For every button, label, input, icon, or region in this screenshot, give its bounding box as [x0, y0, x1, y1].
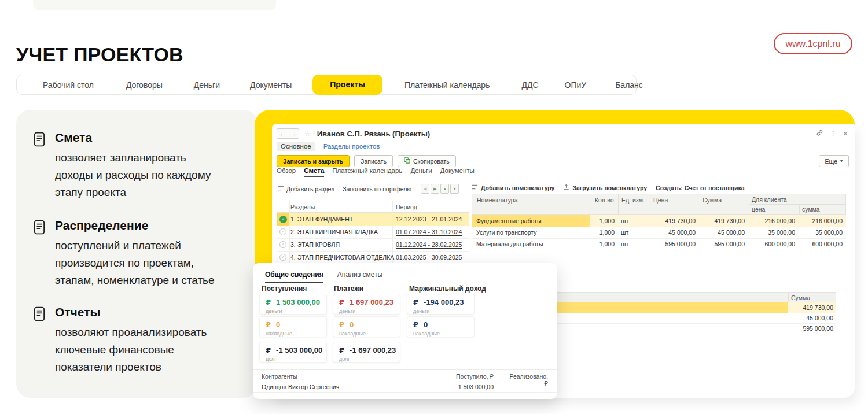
more-button[interactable]: Еще ▾ — [819, 155, 849, 167]
nav-item-workspace[interactable]: Рабочий стол — [43, 80, 94, 90]
item-name: Материалы для работы — [476, 241, 543, 247]
column-period: Период — [396, 204, 417, 210]
nav-item-balance[interactable]: Баланс — [615, 80, 643, 90]
document-icon — [33, 132, 46, 149]
metric-margin-money: ₽-194 000,23 деньги — [407, 294, 475, 315]
row-sum: 419 730,00 — [788, 304, 833, 311]
column-client-price: цена — [752, 206, 765, 213]
metric-value: -194 000,23 — [424, 298, 464, 306]
section-period-link[interactable]: 12.12.2023 - 21.01.2024 — [396, 216, 462, 223]
nav-item-projects[interactable]: Проекты — [312, 75, 382, 95]
back-button[interactable]: ← — [277, 129, 288, 138]
item-sum: 419 730,00 — [699, 217, 745, 224]
row-sum: 45 000,00 — [788, 315, 833, 321]
metric-value: 0 — [350, 320, 354, 329]
column-contractors: Контрагенты — [262, 373, 297, 380]
fill-by-portfolio-button[interactable]: Заполнить по портфелю — [343, 186, 411, 193]
ruble-icon: ₽ — [266, 298, 271, 306]
nav-item-money[interactable]: Деньги — [194, 80, 220, 90]
nav-item-dds[interactable]: ДДС — [521, 80, 538, 90]
check-circle-icon: ✓ — [279, 228, 286, 235]
ruble-icon: ₽ — [339, 346, 344, 354]
load-items-button[interactable]: Загрузить номенклатуру — [572, 184, 647, 191]
item-price: 45 000,00 — [649, 229, 696, 236]
item-qty: 1,000 — [590, 241, 615, 247]
command-bar: Записать и закрыть Записать Скопировать — [277, 155, 456, 167]
item-client-price: 35 000,00 — [748, 229, 795, 236]
item-client-price: 600 000,00 — [748, 241, 795, 247]
section-period-link[interactable]: 01.03.2025 - 30.09.2025 — [396, 254, 462, 261]
item-sum: 595 000,00 — [699, 241, 745, 247]
copy-button-label: Скопировать — [413, 158, 450, 165]
save-close-button[interactable]: Записать и закрыть — [277, 155, 350, 167]
column-unit: Ед. изм. — [621, 197, 645, 204]
item-row[interactable]: Материалы для работы 1,000 шт 595 000,00… — [472, 238, 846, 250]
column-price: Цена — [653, 197, 668, 204]
link-icon[interactable] — [816, 129, 823, 138]
item-client-sum: 216 000,00 — [799, 217, 843, 224]
copy-button[interactable]: Скопировать — [398, 155, 456, 167]
create-invoice-button[interactable]: Создать: Счет от поставщика — [656, 184, 744, 191]
metric-value: -1 503 000,00 — [276, 346, 322, 354]
window-controls: ⋮ × — [816, 129, 848, 138]
column-sum: Сумма — [703, 197, 722, 204]
section-row[interactable]: ✓ 2. ЭТАП КИРПИЧНАЯ КЛАДКА 01.07.2024 - … — [277, 226, 469, 239]
page-title: УЧЕТ ПРОЕКТОВ — [16, 43, 183, 66]
item-row[interactable]: Фундаментные работы 1,000 шт 419 730,00 … — [472, 215, 846, 227]
section-row[interactable]: ✓ 4. ЭТАП ПРЕДЧИСТОВАЯ ОТДЕЛКА 01.03.202… — [277, 251, 469, 264]
contractor-received: 1 503 000,00 — [421, 383, 494, 390]
summary-card: Общие сведения Анализ сметы Поступления … — [253, 263, 557, 399]
move-right-button[interactable]: ▶ — [431, 184, 439, 194]
check-circle-icon: ✓ — [279, 216, 287, 223]
item-row[interactable]: Услуги по транспорту 1,000 шт 45 000,00 … — [472, 227, 846, 239]
move-down-button[interactable]: ▼ — [450, 184, 459, 194]
section-row[interactable]: ✓ 1. ЭТАП ФУНДАМЕНТ 12.12.2023 - 21.01.2… — [277, 213, 469, 226]
column-client-sum: сумма — [802, 206, 820, 213]
section-period-link[interactable]: 01.12.2024 - 28.02.2025 — [396, 241, 462, 248]
tab-main[interactable]: Основное — [277, 142, 315, 151]
contractor-row[interactable]: Одинцов Виктор Сергеевич 1 503 000,00 — [253, 382, 557, 393]
favorite-star-icon[interactable]: ☆ — [304, 130, 311, 138]
feature-text: позволяет запланировать доходы и расходы… — [55, 149, 241, 201]
section-row[interactable]: ✓ 3. ЭТАП КРОВЛЯ 01.12.2024 - 28.02.2025 — [277, 238, 469, 252]
nav-item-payment-calendar[interactable]: Платежный календарь — [404, 80, 490, 90]
section-name: 3. ЭТАП КРОВЛЯ — [290, 241, 340, 248]
metric-receipts-debt: ₽-1 503 000,00 долг — [259, 342, 327, 363]
tab-project-sections[interactable]: Разделы проектов — [323, 143, 380, 150]
section-period-link[interactable]: 01.07.2024 - 31.10.2024 — [396, 228, 462, 235]
item-unit: шт — [621, 241, 628, 247]
column-qty: Кол-во — [595, 197, 614, 204]
divider — [253, 369, 557, 370]
row-move-buttons: ◀ ▶ ▲ ▼ — [421, 184, 459, 194]
window-title: Иванов С.П. Рязань (Проекты) — [317, 130, 431, 138]
summary-tabs: Общие сведения Анализ сметы — [265, 271, 382, 283]
more-menu-icon[interactable]: ⋮ — [830, 130, 837, 137]
close-icon[interactable]: × — [843, 130, 848, 137]
metric-value: 1 503 000,00 — [276, 298, 320, 306]
ruble-icon: ₽ — [266, 346, 271, 354]
items-toolbar: Добавить номенклатуру Загрузить номенкла… — [472, 184, 745, 191]
row-sum: 595 000,00 — [788, 325, 833, 332]
tab-general-info[interactable]: Общие сведения — [265, 271, 323, 283]
nav-item-documents[interactable]: Документы — [250, 80, 292, 90]
move-up-button[interactable]: ▲ — [440, 184, 449, 194]
forward-button[interactable]: → — [288, 129, 299, 138]
move-left-button[interactable]: ◀ — [421, 184, 429, 194]
item-unit: шт — [621, 229, 628, 236]
add-section-button[interactable]: Добавить раздел — [286, 186, 334, 193]
tab-estimate-analysis[interactable]: Анализ сметы — [337, 271, 383, 283]
nav-item-opiu[interactable]: ОПиУ — [565, 80, 587, 90]
nav-item-contracts[interactable]: Договоры — [126, 80, 163, 90]
save-button[interactable]: Записать — [354, 155, 393, 167]
section-name: 1. ЭТАП ФУНДАМЕНТ — [290, 216, 353, 223]
item-name: Фундаментные работы — [476, 217, 541, 224]
feature-distribution: Распределение поступлений и платежей про… — [33, 219, 241, 289]
add-item-button[interactable]: Добавить номенклатуру — [481, 184, 554, 191]
item-qty: 1,000 — [590, 217, 615, 224]
site-url-badge[interactable]: www.1cpnl.ru — [774, 33, 852, 54]
add-list-icon — [278, 185, 284, 193]
chevron-down-icon: ▾ — [840, 158, 843, 164]
add-list-icon — [472, 184, 478, 191]
column-name: Номенклатура — [477, 197, 517, 204]
metric-label: деньги — [407, 306, 474, 314]
